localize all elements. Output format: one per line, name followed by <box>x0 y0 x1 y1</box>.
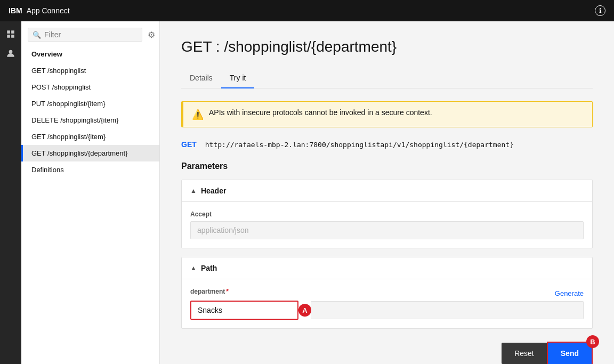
annotation-a-badge: A <box>298 304 311 317</box>
generate-link[interactable]: Generate <box>555 289 584 297</box>
search-input-wrap[interactable]: 🔍 <box>28 28 142 42</box>
sidebar-item-definitions[interactable]: Definitions <box>21 161 159 178</box>
user-icon[interactable] <box>2 45 19 62</box>
svg-rect-2 <box>7 35 10 38</box>
department-label-row: department Generate <box>190 288 584 298</box>
path-section: ▲ Path department Generate A <box>181 257 593 329</box>
method-url: http://rafaels-mbp-2.lan:7800/shoppingli… <box>205 141 514 149</box>
ibm-label: IBM <box>9 6 22 15</box>
sidebar-item-get-shoppinglist-item[interactable]: GET /shoppinglist/{item} <box>21 128 159 145</box>
annotation-b-badge: B <box>586 335 599 348</box>
accept-input[interactable] <box>190 221 584 239</box>
top-nav: IBM App Connect ℹ <box>0 0 614 21</box>
tabs: Details Try it <box>181 68 593 88</box>
alert-text: APIs with insecure protocols cannot be i… <box>209 108 432 117</box>
page-title: GET : /shoppinglist/{department} <box>181 38 593 55</box>
accept-field-label: Accept <box>190 211 584 218</box>
header-section-body: Accept <box>182 202 592 248</box>
method-badge: GET <box>181 140 197 149</box>
header-section-label: Header <box>201 187 226 195</box>
chevron-up-icon: ▲ <box>190 187 197 195</box>
department-field-label: department <box>190 288 229 295</box>
sidebar: 🔍 ⚙ Overview GET /shoppinglist POST /sho… <box>21 21 160 364</box>
sidebar-item-get-shoppinglist[interactable]: GET /shoppinglist <box>21 62 159 79</box>
reset-button[interactable]: Reset <box>502 343 547 364</box>
sidebar-nav: Overview GET /shoppinglist POST /shoppin… <box>21 46 159 364</box>
sidebar-item-overview[interactable]: Overview <box>21 46 159 62</box>
sidebar-item-delete-shoppinglist-item[interactable]: DELETE /shoppinglist/{item} <box>21 112 159 128</box>
sidebar-item-put-shoppinglist-item[interactable]: PUT /shoppinglist/{item} <box>21 95 159 112</box>
department-input[interactable] <box>190 301 298 320</box>
chevron-up-icon-path: ▲ <box>190 264 197 272</box>
app-name-label: App Connect <box>27 6 70 15</box>
svg-rect-1 <box>11 30 14 34</box>
tab-details[interactable]: Details <box>181 68 221 88</box>
sidebar-item-get-shoppinglist-department[interactable]: GET /shoppinglist/{department} <box>21 145 159 161</box>
method-row: GET http://rafaels-mbp-2.lan:7800/shoppi… <box>181 140 593 149</box>
tab-try-it[interactable]: Try it <box>221 68 255 88</box>
svg-rect-3 <box>11 35 14 38</box>
search-icon: 🔍 <box>33 31 41 39</box>
brand-logo: IBM App Connect <box>9 6 70 15</box>
sidebar-search: 🔍 ⚙ <box>21 21 159 46</box>
warning-icon: ⚠️ <box>192 109 204 120</box>
filter-button[interactable]: ⚙ <box>147 29 156 41</box>
send-button[interactable]: Send <box>547 342 593 364</box>
grid-icon[interactable] <box>2 26 19 43</box>
svg-rect-0 <box>7 30 10 34</box>
header-section-toggle[interactable]: ▲ Header <box>182 180 592 202</box>
path-section-label: Path <box>201 264 217 272</box>
left-rail <box>0 21 21 364</box>
header-section: ▲ Header Accept <box>181 180 593 248</box>
parameters-section: Parameters ▲ Header Accept ▲ Path <box>181 161 593 364</box>
alert-banner: ⚠️ APIs with insecure protocols cannot b… <box>181 101 593 127</box>
search-input[interactable] <box>44 30 138 39</box>
send-button-wrap: Send B <box>547 342 593 364</box>
department-input-row: A <box>190 301 584 320</box>
main-layout: 🔍 ⚙ Overview GET /shoppinglist POST /sho… <box>0 21 614 364</box>
path-section-body: department Generate A <box>182 279 592 328</box>
sidebar-item-post-shoppinglist[interactable]: POST /shoppinglist <box>21 79 159 95</box>
parameters-title: Parameters <box>181 161 593 171</box>
svg-point-4 <box>9 50 13 54</box>
path-section-toggle[interactable]: ▲ Path <box>182 257 592 279</box>
info-icon[interactable]: ℹ <box>595 5 605 16</box>
department-extra-input[interactable] <box>311 301 584 319</box>
content-area: GET : /shoppinglist/{department} Details… <box>160 21 614 364</box>
actions-row: Reset Send B <box>181 342 593 364</box>
